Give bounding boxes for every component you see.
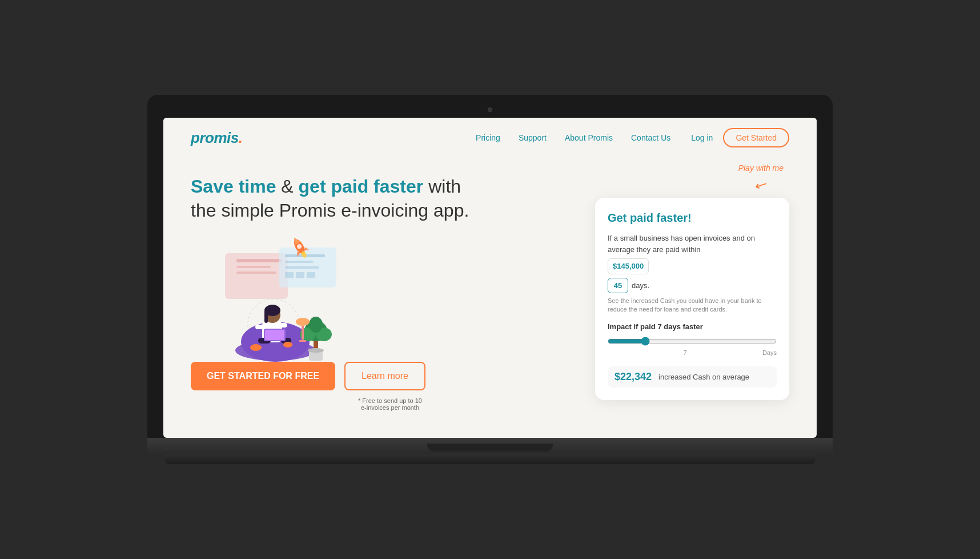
hero-illustration bbox=[191, 236, 362, 362]
laptop-hinge bbox=[427, 444, 553, 452]
laptop-screen: promis. Pricing Support About Promis Con… bbox=[163, 118, 817, 438]
hero-footnote: * Free to send up to 10 e-invoices per m… bbox=[196, 397, 584, 411]
slider-max-label: Days bbox=[762, 349, 777, 356]
svg-point-38 bbox=[308, 348, 324, 353]
svg-rect-7 bbox=[285, 266, 319, 269]
svg-rect-30 bbox=[255, 325, 266, 329]
logo-text: promis bbox=[191, 129, 239, 146]
calc-inline-row1: If a small business has open invoices an… bbox=[608, 233, 777, 255]
nav-contact[interactable]: Contact Us bbox=[631, 133, 670, 142]
hero-right: Play with me ↙ Get paid faster! If a sma… bbox=[595, 169, 789, 400]
login-link[interactable]: Log in bbox=[691, 133, 713, 142]
calc-note: See the increased Cash you could have in… bbox=[608, 297, 777, 314]
calc-inline-row2: $145,000 bbox=[608, 258, 777, 274]
heading-bold-1: Save time bbox=[191, 176, 276, 197]
svg-point-36 bbox=[309, 317, 323, 333]
btn-prefix: Get Started for bbox=[207, 371, 295, 381]
slider-container: 7 Days bbox=[608, 337, 777, 356]
illustration-svg bbox=[191, 236, 362, 362]
days-input[interactable]: 45 bbox=[608, 278, 628, 294]
hero-heading: Save time & get paid faster withthe simp… bbox=[191, 175, 584, 222]
hero-section: Save time & get paid faster withthe simp… bbox=[163, 158, 817, 428]
footnote-line1: * Free to send up to 10 bbox=[358, 397, 422, 404]
calc-description-row: If a small business has open invoices an… bbox=[608, 233, 777, 293]
laptop-base bbox=[147, 438, 833, 454]
calc-result-value: $22,342 bbox=[614, 371, 652, 383]
svg-rect-1 bbox=[236, 259, 282, 262]
calc-desc-days: days. bbox=[632, 280, 649, 292]
svg-rect-10 bbox=[307, 272, 315, 278]
calc-title: Get paid faster! bbox=[608, 211, 777, 225]
laptop-bottom bbox=[164, 454, 816, 464]
svg-rect-3 bbox=[236, 271, 276, 274]
nav-pricing[interactable]: Pricing bbox=[476, 133, 500, 142]
footnote-line2: e-invoices per month bbox=[361, 404, 419, 411]
nav-about[interactable]: About Promis bbox=[565, 133, 613, 142]
svg-rect-6 bbox=[285, 261, 314, 263]
play-arrow-icon: ↙ bbox=[736, 169, 768, 194]
invoice-amount-input[interactable]: $145,000 bbox=[608, 258, 649, 274]
page: promis. Pricing Support About Promis Con… bbox=[163, 118, 817, 438]
btn-bold: FREE bbox=[295, 371, 319, 381]
svg-point-26 bbox=[250, 344, 262, 351]
navbar: promis. Pricing Support About Promis Con… bbox=[163, 118, 817, 158]
svg-point-40 bbox=[296, 318, 310, 326]
heading-connector: & bbox=[276, 176, 298, 197]
laptop-bezel: promis. Pricing Support About Promis Con… bbox=[147, 95, 833, 438]
learn-more-button[interactable]: Learn more bbox=[344, 362, 425, 390]
calc-impact-label: Impact if paid 7 days faster bbox=[608, 322, 777, 331]
laptop-container: promis. Pricing Support About Promis Con… bbox=[147, 95, 833, 464]
calc-inline-row3: 45 days. bbox=[608, 278, 777, 294]
heading-bold-2: get paid faster bbox=[299, 176, 424, 197]
svg-rect-31 bbox=[279, 323, 287, 328]
nav-actions: Log in Get Started bbox=[691, 128, 789, 147]
svg-rect-8 bbox=[285, 272, 294, 278]
hero-buttons: Get Started for FREE Learn more bbox=[191, 362, 584, 390]
logo-dot: . bbox=[239, 129, 243, 146]
calc-desc-part1: If a small business has open invoices an… bbox=[608, 233, 777, 255]
get-started-nav-button[interactable]: Get Started bbox=[723, 128, 789, 147]
laptop-camera bbox=[488, 107, 492, 112]
svg-rect-41 bbox=[299, 340, 306, 342]
nav-links: Pricing Support About Promis Contact Us bbox=[476, 133, 670, 142]
svg-point-27 bbox=[283, 342, 292, 348]
calc-result-row: $22,342 increased Cash on average bbox=[608, 366, 777, 388]
nav-support[interactable]: Support bbox=[519, 133, 547, 142]
svg-rect-29 bbox=[265, 330, 284, 340]
days-slider[interactable] bbox=[608, 337, 777, 346]
play-with-me-label: Play with me ↙ bbox=[738, 163, 784, 190]
calc-result-label: increased Cash on average bbox=[658, 373, 749, 381]
svg-rect-2 bbox=[236, 266, 271, 268]
get-started-button[interactable]: Get Started for FREE bbox=[191, 362, 335, 390]
logo: promis. bbox=[191, 129, 242, 147]
hero-left: Save time & get paid faster withthe simp… bbox=[191, 169, 584, 411]
svg-rect-9 bbox=[296, 272, 304, 278]
svg-rect-23 bbox=[264, 310, 268, 323]
slider-value-label: 7 bbox=[683, 349, 686, 356]
calculator-card: Get paid faster! If a small business has… bbox=[595, 198, 789, 400]
